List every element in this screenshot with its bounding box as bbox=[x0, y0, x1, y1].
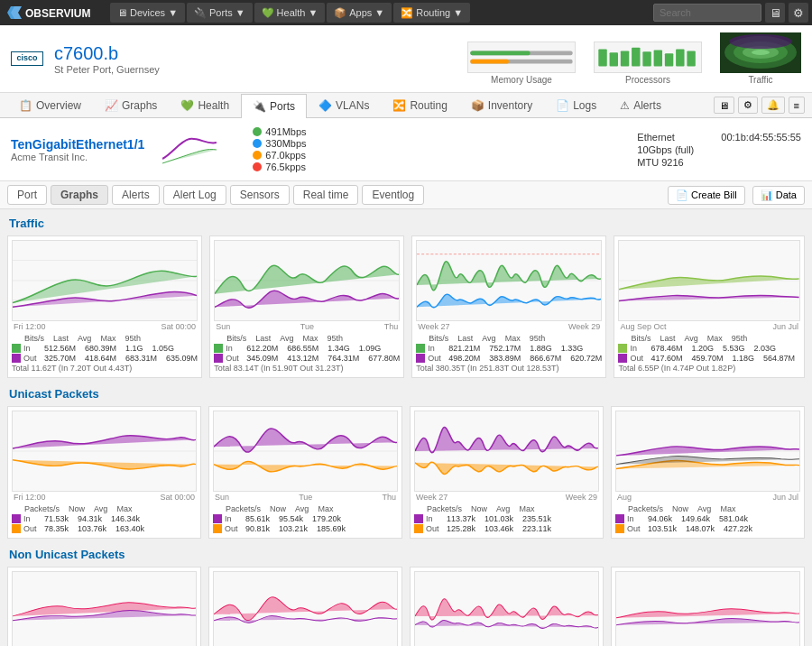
overview-icon: 📋 bbox=[19, 99, 32, 112]
non-unicast-chart-2-svg bbox=[213, 571, 398, 646]
ports-icon: 🔌 bbox=[194, 7, 207, 19]
sub-tab-sensors[interactable]: Sensors bbox=[230, 185, 290, 205]
non-unicast-chart-1-svg bbox=[12, 571, 197, 646]
device-location: St Peter Port, Guernsey bbox=[54, 64, 160, 75]
create-bill-btn[interactable]: 📄 Create Bill bbox=[668, 186, 745, 205]
port-speed: 10Gbps (full) bbox=[637, 144, 694, 155]
tab-logs[interactable]: 📄Logs bbox=[544, 93, 608, 117]
out-color-3 bbox=[416, 354, 425, 363]
speed-pps-in-value: 67.0kpps bbox=[265, 150, 306, 161]
non-unicast-chart-1: Fri 12:00 Sat 00:00 Packets/sec Now Avg … bbox=[7, 567, 201, 646]
unicast-chart-2-svg bbox=[213, 411, 398, 492]
nav-apps-btn[interactable]: 📦 Apps ▼ bbox=[327, 3, 392, 23]
traffic-chart-2: Sun Tue Thu Bits/s Last Avg Max 95th In bbox=[209, 235, 404, 378]
unicast-chart-3: Week 27 Week 29 Packets/s Now Avg Max In… bbox=[410, 406, 604, 539]
sub-tab-eventlog[interactable]: Eventlog bbox=[362, 185, 424, 205]
out-color-4 bbox=[618, 354, 627, 363]
memory-chart-item: Memory Usage bbox=[467, 42, 576, 85]
traffic-chart-3-xlabel: Week 27 Week 29 bbox=[416, 322, 602, 331]
traffic-chart-4: Aug Sep Oct Jun Jul Bits/s Last Avg Max … bbox=[614, 235, 805, 378]
inventory-icon: 📦 bbox=[471, 99, 484, 112]
tab-actions: 🖥 ⚙ 🔔 ≡ bbox=[714, 97, 805, 114]
data-btn[interactable]: 📊 Data bbox=[752, 186, 805, 205]
svg-rect-4 bbox=[470, 51, 530, 55]
search-input[interactable] bbox=[653, 4, 761, 22]
port-name-area: TenGigabitEthernet1/1 Acme Transit Inc. bbox=[11, 137, 144, 162]
traffic-chart-1-xlabel: Fri 12:00 Sat 00:00 bbox=[12, 322, 198, 331]
unicast-out-1 bbox=[12, 524, 21, 533]
port-name[interactable]: TenGigabitEthernet1/1 bbox=[11, 137, 144, 152]
tab-vlans[interactable]: 🔷VLANs bbox=[307, 93, 381, 117]
traffic-chart-1: Fri 12:00 Sat 00:00 Bits/s Last Avg Max … bbox=[7, 235, 202, 378]
data-icon: 📊 bbox=[761, 189, 773, 200]
alerts-icon: ⚠ bbox=[620, 99, 630, 112]
tab-action-btn-1[interactable]: 🖥 bbox=[714, 97, 734, 114]
sub-tab-actions: 📄 Create Bill 📊 Data bbox=[668, 186, 805, 205]
port-details: Ethernet 10Gbps (full) MTU 9216 00:1b:d4… bbox=[637, 132, 801, 168]
svg-rect-7 bbox=[598, 50, 606, 67]
tab-graphs[interactable]: 📈Graphs bbox=[93, 93, 169, 117]
traffic-chart-3-stats: Bits/s Last Avg Max 95th In 821.21M752.1… bbox=[416, 334, 602, 373]
svg-rect-43 bbox=[616, 572, 799, 646]
tab-action-btn-4[interactable]: ≡ bbox=[789, 97, 805, 114]
traffic-chart-1-stats: Bits/s Last Avg Max 95th In 512.56M680.3… bbox=[12, 334, 198, 373]
nav-ports-btn[interactable]: 🔌 Ports ▼ bbox=[187, 3, 253, 23]
tab-action-btn-3[interactable]: 🔔 bbox=[761, 97, 785, 114]
sub-tab-port[interactable]: Port bbox=[7, 185, 47, 205]
bill-icon: 📄 bbox=[676, 189, 688, 200]
speed-pps-out-dot bbox=[253, 162, 262, 171]
tab-overview[interactable]: 📋Overview bbox=[7, 93, 93, 117]
port-detail-type: Ethernet 10Gbps (full) MTU 9216 bbox=[637, 132, 694, 168]
port-mac: 00:1b:d4:55:55:55 bbox=[721, 132, 801, 143]
traffic-chart-2-xlabel: Sun Tue Thu bbox=[214, 322, 400, 331]
unicast-in-1 bbox=[12, 514, 21, 523]
svg-point-19 bbox=[752, 50, 770, 55]
ports-chevron-icon: ▼ bbox=[235, 7, 245, 18]
graphs-icon: 📈 bbox=[105, 99, 118, 112]
sub-tab-realtime[interactable]: Real time bbox=[293, 185, 359, 205]
traffic-chart-2-svg bbox=[214, 240, 400, 321]
vlans-icon: 🔷 bbox=[318, 99, 332, 112]
non-unicast-chart-4: Aug Jun Jul Packets/sec Now Avg Max Broa… bbox=[611, 567, 805, 646]
tab-alerts[interactable]: ⚠Alerts bbox=[608, 93, 673, 117]
non-unicast-chart-2: Sun Tue Thu Packets/sec Now Avg Max Broa… bbox=[208, 567, 402, 646]
device-hostname[interactable]: c7600.b bbox=[54, 43, 160, 64]
unicast-chart-4: Aug Jun Jul Packets/s Now Avg Max In 94.… bbox=[611, 406, 805, 539]
top-navigation: OBSERVIUM 🖥 Devices ▼ 🔌 Ports ▼ 💚 Health… bbox=[0, 0, 812, 25]
tab-health[interactable]: 💚Health bbox=[169, 93, 241, 117]
tab-action-btn-2[interactable]: ⚙ bbox=[738, 97, 758, 114]
unicast-chart-3-stats: Packets/s Now Avg Max In 113.37k101.03k2… bbox=[414, 504, 599, 533]
unicast-section: Unicast Packets Fri 12:00 Sat 00:00 Pack… bbox=[7, 387, 805, 539]
svg-rect-10 bbox=[632, 48, 640, 67]
tab-routing[interactable]: 🔀Routing bbox=[381, 93, 458, 117]
svg-rect-9 bbox=[621, 51, 629, 66]
non-unicast-title: Non Unicast Packets bbox=[7, 548, 805, 561]
port-speeds: 491Mbps 330Mbps 67.0kpps 76.5kpps bbox=[253, 125, 306, 173]
speed-out: 330Mbps bbox=[253, 138, 306, 149]
nav-health-btn[interactable]: 💚 Health ▼ bbox=[254, 3, 326, 23]
speed-pps-in-dot bbox=[253, 151, 262, 160]
unicast-chart-1-stats: Packets/s Now Avg Max In 71.53k94.31k146… bbox=[12, 504, 197, 533]
main-content: Traffic Fri 12:00 Sat 00:00 bbox=[0, 209, 812, 646]
tab-inventory[interactable]: 📦Inventory bbox=[459, 93, 544, 117]
nav-devices-btn[interactable]: 🖥 Devices ▼ bbox=[110, 3, 185, 23]
unicast-chart-1-xlabel: Fri 12:00 Sat 00:00 bbox=[12, 493, 197, 502]
health-tab-icon: 💚 bbox=[180, 99, 194, 112]
settings-icon-btn[interactable]: ⚙ bbox=[789, 3, 808, 23]
sub-tab-alerts[interactable]: Alerts bbox=[112, 185, 160, 205]
speed-in: 491Mbps bbox=[253, 126, 306, 137]
port-info: TenGigabitEthernet1/1 Acme Transit Inc. … bbox=[0, 118, 812, 181]
unicast-chart-3-svg bbox=[414, 411, 599, 492]
sub-tab-alertlog[interactable]: Alert Log bbox=[163, 185, 226, 205]
monitor-icon-btn[interactable]: 🖥 bbox=[765, 3, 785, 23]
port-detail-mac: 00:1b:d4:55:55:55 bbox=[721, 132, 801, 168]
svg-rect-8 bbox=[610, 52, 618, 66]
svg-point-20 bbox=[729, 34, 792, 49]
nav-routing-btn[interactable]: 🔀 Routing ▼ bbox=[393, 3, 470, 23]
sub-tab-graphs[interactable]: Graphs bbox=[51, 185, 108, 205]
cisco-logo: cisco bbox=[11, 51, 43, 66]
tab-ports[interactable]: 🔌Ports bbox=[241, 94, 307, 118]
speed-in-dot bbox=[253, 127, 262, 136]
in-color-2 bbox=[214, 344, 223, 353]
speed-pps-out: 76.5kpps bbox=[253, 162, 306, 172]
